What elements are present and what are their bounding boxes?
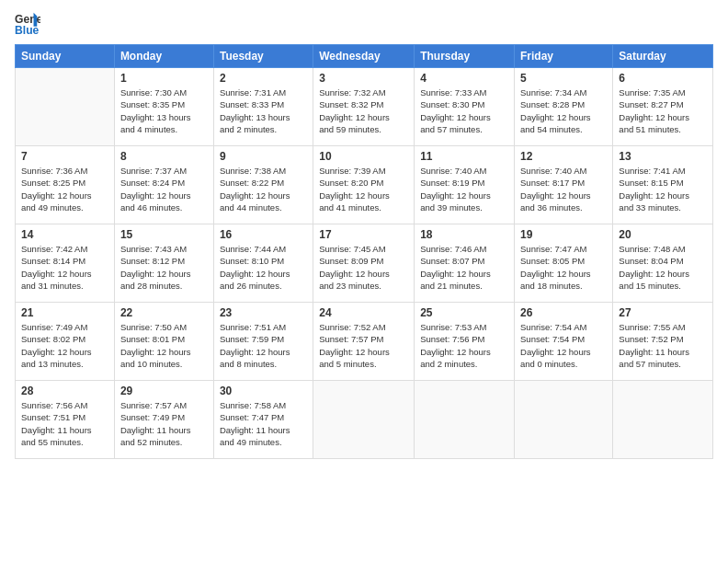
day-number: 6: [619, 72, 707, 85]
calendar-cell: 26Sunrise: 7:54 AM Sunset: 7:54 PM Dayli…: [515, 303, 613, 381]
calendar-cell: 14Sunrise: 7:42 AM Sunset: 8:14 PM Dayli…: [16, 224, 115, 303]
calendar-cell: 23Sunrise: 7:51 AM Sunset: 7:59 PM Dayli…: [213, 303, 313, 381]
col-header-saturday: Saturday: [613, 45, 713, 68]
day-info: Sunrise: 7:57 AM Sunset: 7:49 PM Dayligh…: [120, 399, 208, 448]
calendar-cell: [16, 68, 115, 146]
day-number: 13: [619, 150, 707, 163]
day-number: 2: [220, 72, 307, 85]
day-number: 15: [120, 228, 208, 241]
calendar-week-row: 1Sunrise: 7:30 AM Sunset: 8:35 PM Daylig…: [16, 68, 713, 146]
day-info: Sunrise: 7:44 AM Sunset: 8:10 PM Dayligh…: [220, 243, 307, 292]
day-number: 8: [120, 150, 208, 163]
day-info: Sunrise: 7:56 AM Sunset: 7:51 PM Dayligh…: [21, 399, 108, 448]
calendar-cell: 22Sunrise: 7:50 AM Sunset: 8:01 PM Dayli…: [114, 303, 213, 381]
day-info: Sunrise: 7:47 AM Sunset: 8:05 PM Dayligh…: [520, 243, 607, 292]
calendar-cell: 11Sunrise: 7:40 AM Sunset: 8:19 PM Dayli…: [415, 146, 515, 224]
day-number: 12: [520, 150, 607, 163]
day-info: Sunrise: 7:46 AM Sunset: 8:07 PM Dayligh…: [420, 243, 508, 292]
logo: General Blue: [15, 11, 40, 37]
day-info: Sunrise: 7:33 AM Sunset: 8:30 PM Dayligh…: [420, 86, 508, 135]
day-info: Sunrise: 7:30 AM Sunset: 8:35 PM Dayligh…: [120, 86, 208, 135]
day-info: Sunrise: 7:51 AM Sunset: 7:59 PM Dayligh…: [220, 321, 307, 370]
day-number: 28: [21, 385, 108, 397]
calendar-cell: 5Sunrise: 7:34 AM Sunset: 8:28 PM Daylig…: [515, 68, 613, 146]
day-number: 4: [420, 72, 508, 85]
calendar-week-row: 21Sunrise: 7:49 AM Sunset: 8:02 PM Dayli…: [16, 303, 713, 381]
day-number: 30: [220, 385, 307, 397]
calendar-cell: 19Sunrise: 7:47 AM Sunset: 8:05 PM Dayli…: [515, 224, 613, 303]
col-header-wednesday: Wednesday: [313, 45, 415, 68]
day-number: 25: [420, 306, 508, 319]
day-number: 26: [520, 306, 607, 319]
calendar-cell: 4Sunrise: 7:33 AM Sunset: 8:30 PM Daylig…: [415, 68, 515, 146]
day-number: 11: [420, 150, 508, 163]
calendar-cell: 17Sunrise: 7:45 AM Sunset: 8:09 PM Dayli…: [313, 224, 415, 303]
col-header-friday: Friday: [515, 45, 613, 68]
day-info: Sunrise: 7:43 AM Sunset: 8:12 PM Dayligh…: [120, 243, 208, 292]
calendar-cell: 18Sunrise: 7:46 AM Sunset: 8:07 PM Dayli…: [415, 224, 515, 303]
day-info: Sunrise: 7:53 AM Sunset: 7:56 PM Dayligh…: [420, 321, 508, 370]
calendar-cell: 1Sunrise: 7:30 AM Sunset: 8:35 PM Daylig…: [114, 68, 213, 146]
day-info: Sunrise: 7:39 AM Sunset: 8:20 PM Dayligh…: [319, 165, 408, 213]
day-number: 9: [220, 150, 307, 163]
day-info: Sunrise: 7:40 AM Sunset: 8:17 PM Dayligh…: [520, 165, 607, 213]
day-number: 14: [21, 228, 108, 241]
calendar-cell: 25Sunrise: 7:53 AM Sunset: 7:56 PM Dayli…: [415, 303, 515, 381]
calendar-cell: [515, 381, 613, 459]
calendar-cell: 10Sunrise: 7:39 AM Sunset: 8:20 PM Dayli…: [313, 146, 415, 224]
col-header-thursday: Thursday: [415, 45, 515, 68]
calendar-cell: 21Sunrise: 7:49 AM Sunset: 8:02 PM Dayli…: [16, 303, 115, 381]
day-info: Sunrise: 7:31 AM Sunset: 8:33 PM Dayligh…: [220, 86, 307, 135]
day-info: Sunrise: 7:38 AM Sunset: 8:22 PM Dayligh…: [220, 165, 307, 213]
calendar-table: SundayMondayTuesdayWednesdayThursdayFrid…: [15, 44, 713, 459]
col-header-sunday: Sunday: [16, 45, 115, 68]
day-number: 20: [619, 228, 707, 241]
calendar-week-row: 14Sunrise: 7:42 AM Sunset: 8:14 PM Dayli…: [16, 224, 713, 303]
day-number: 22: [120, 306, 208, 319]
calendar-cell: 12Sunrise: 7:40 AM Sunset: 8:17 PM Dayli…: [515, 146, 613, 224]
calendar-cell: 20Sunrise: 7:48 AM Sunset: 8:04 PM Dayli…: [613, 224, 713, 303]
day-number: 3: [319, 72, 408, 85]
day-number: 5: [520, 72, 607, 85]
col-header-monday: Monday: [114, 45, 213, 68]
day-number: 21: [21, 306, 108, 319]
calendar-week-row: 28Sunrise: 7:56 AM Sunset: 7:51 PM Dayli…: [16, 381, 713, 459]
day-info: Sunrise: 7:54 AM Sunset: 7:54 PM Dayligh…: [520, 321, 607, 370]
day-number: 27: [619, 306, 707, 319]
calendar-cell: 27Sunrise: 7:55 AM Sunset: 7:52 PM Dayli…: [613, 303, 713, 381]
day-info: Sunrise: 7:48 AM Sunset: 8:04 PM Dayligh…: [619, 243, 707, 292]
day-info: Sunrise: 7:58 AM Sunset: 7:47 PM Dayligh…: [220, 399, 307, 448]
day-number: 24: [319, 306, 408, 319]
day-number: 17: [319, 228, 408, 241]
day-info: Sunrise: 7:41 AM Sunset: 8:15 PM Dayligh…: [619, 165, 707, 213]
day-info: Sunrise: 7:52 AM Sunset: 7:57 PM Dayligh…: [319, 321, 408, 370]
calendar-cell: [613, 381, 713, 459]
day-info: Sunrise: 7:35 AM Sunset: 8:27 PM Dayligh…: [619, 86, 707, 135]
day-info: Sunrise: 7:40 AM Sunset: 8:19 PM Dayligh…: [420, 165, 508, 213]
calendar-cell: 9Sunrise: 7:38 AM Sunset: 8:22 PM Daylig…: [213, 146, 313, 224]
day-info: Sunrise: 7:32 AM Sunset: 8:32 PM Dayligh…: [319, 86, 408, 135]
day-number: 23: [220, 306, 307, 319]
calendar-cell: 24Sunrise: 7:52 AM Sunset: 7:57 PM Dayli…: [313, 303, 415, 381]
calendar-cell: [313, 381, 415, 459]
page: General Blue SundayMondayTuesdayWednesda…: [0, 0, 728, 563]
day-number: 29: [120, 385, 208, 397]
day-info: Sunrise: 7:36 AM Sunset: 8:25 PM Dayligh…: [21, 165, 108, 213]
calendar-cell: 15Sunrise: 7:43 AM Sunset: 8:12 PM Dayli…: [114, 224, 213, 303]
calendar-cell: 7Sunrise: 7:36 AM Sunset: 8:25 PM Daylig…: [16, 146, 115, 224]
day-number: 10: [319, 150, 408, 163]
calendar-cell: 2Sunrise: 7:31 AM Sunset: 8:33 PM Daylig…: [213, 68, 313, 146]
calendar-cell: 29Sunrise: 7:57 AM Sunset: 7:49 PM Dayli…: [114, 381, 213, 459]
day-info: Sunrise: 7:49 AM Sunset: 8:02 PM Dayligh…: [21, 321, 108, 370]
calendar-header-row: SundayMondayTuesdayWednesdayThursdayFrid…: [16, 45, 713, 68]
calendar-cell: [415, 381, 515, 459]
col-header-tuesday: Tuesday: [213, 45, 313, 68]
calendar-week-row: 7Sunrise: 7:36 AM Sunset: 8:25 PM Daylig…: [16, 146, 713, 224]
day-number: 19: [520, 228, 607, 241]
day-number: 16: [220, 228, 307, 241]
calendar-cell: 8Sunrise: 7:37 AM Sunset: 8:24 PM Daylig…: [114, 146, 213, 224]
day-info: Sunrise: 7:55 AM Sunset: 7:52 PM Dayligh…: [619, 321, 707, 370]
logo-icon: General Blue: [15, 11, 40, 37]
day-info: Sunrise: 7:34 AM Sunset: 8:28 PM Dayligh…: [520, 86, 607, 135]
calendar-cell: 6Sunrise: 7:35 AM Sunset: 8:27 PM Daylig…: [613, 68, 713, 146]
